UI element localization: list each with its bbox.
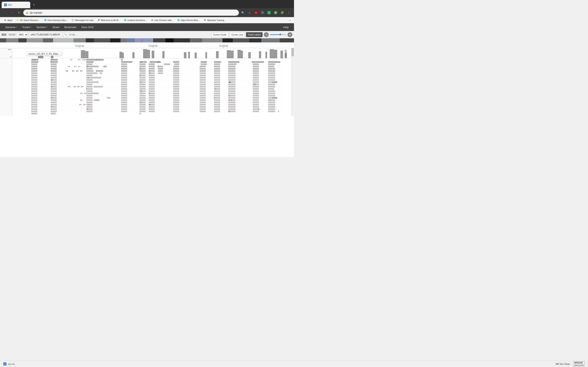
active-tab[interactable]: I IGV × xyxy=(2,2,30,8)
session-menu[interactable]: Session ▾ xyxy=(34,25,49,30)
svg-rect-220 xyxy=(173,77,179,78)
tab-title: IGV xyxy=(8,4,23,6)
chromosome-overview[interactable] xyxy=(0,38,294,42)
svg-rect-413 xyxy=(259,108,259,110)
bookmark-forms[interactable]: 🌐 https://forms.libra... xyxy=(175,18,201,22)
tracks-menu[interactable]: Tracks ▾ xyxy=(20,25,34,30)
zoom-slider[interactable] xyxy=(270,34,286,35)
svg-rect-184 xyxy=(253,70,259,72)
svg-rect-190 xyxy=(100,72,102,74)
svg-rect-165 xyxy=(228,68,235,69)
track-label-column: 957 0 xyxy=(0,48,12,116)
chromosome-select[interactable]: chr1 xyxy=(17,32,28,37)
svg-rect-231 xyxy=(149,79,155,81)
address-bar[interactable]: 🔒 igv.org/app/ xyxy=(23,9,239,16)
svg-rect-149 xyxy=(214,66,220,67)
track-settings-button-1[interactable]: ⚙ xyxy=(283,49,288,53)
new-tab-button[interactable]: + xyxy=(31,2,37,8)
svg-rect-14 xyxy=(26,38,43,42)
svg-rect-419 xyxy=(149,110,155,112)
save-svg-menu[interactable]: Save SVG xyxy=(79,25,96,30)
menu-icon[interactable]: ⋮ xyxy=(286,10,292,16)
track-data-column[interactable]: mouse_110_WT_C_R1_Align... ⚙ ⚙ xyxy=(12,48,291,116)
svg-rect-150 xyxy=(228,66,235,67)
svg-rect-183 xyxy=(228,70,235,72)
svg-rect-145 xyxy=(149,66,155,67)
bookmark-alphabet[interactable]: W Alphabet Tracing... xyxy=(202,18,228,22)
track-settings-button-2[interactable]: ⚙ xyxy=(283,53,288,58)
bookmark-ucdavis[interactable]: 📁 UC Davis Resourc... xyxy=(15,18,42,22)
help-menu[interactable]: Help xyxy=(281,25,291,30)
bookmark-menu-label: Bookmark xyxy=(64,26,76,29)
scrollbar-thumb[interactable] xyxy=(292,48,294,56)
svg-marker-265 xyxy=(67,86,70,87)
search-button[interactable]: 🔍 xyxy=(63,32,68,37)
track-scrollbar[interactable] xyxy=(291,48,294,116)
svg-rect-433 xyxy=(150,72,150,74)
svg-rect-218 xyxy=(139,77,146,78)
svg-rect-368 xyxy=(173,101,179,103)
svg-rect-390 xyxy=(51,106,57,108)
svg-rect-252 xyxy=(51,83,57,85)
svg-rect-123 xyxy=(31,63,37,65)
svg-rect-383 xyxy=(173,104,179,105)
svg-text:M: M xyxy=(255,12,257,13)
locus-input[interactable] xyxy=(29,32,62,37)
profile-icon[interactable]: ● xyxy=(273,10,278,16)
bookmark-messages[interactable]: 💬 Messages for web xyxy=(70,18,95,22)
svg-rect-442 xyxy=(255,83,255,85)
extension-icon-1[interactable]: M xyxy=(253,10,259,16)
zoom-in-button[interactable]: + xyxy=(287,32,292,37)
bookmark-menu[interactable]: Bookmark xyxy=(62,25,78,30)
svg-rect-51 xyxy=(216,51,219,58)
extensions-icon[interactable]: 🧩 xyxy=(279,10,285,16)
bookmark-apps[interactable]: ⊞ Apps xyxy=(2,18,14,22)
alignment-track[interactable] xyxy=(12,58,291,116)
bookmark-leasing[interactable]: 🌐 How leasing reduc... xyxy=(42,18,70,22)
svg-rect-257 xyxy=(173,83,179,85)
svg-rect-382 xyxy=(149,104,155,105)
svg-rect-187 xyxy=(31,72,37,74)
svg-rect-34 xyxy=(127,38,153,42)
igv-app: Genome ▾ Tracks ▾ Session ▾ Share Bookma… xyxy=(0,23,294,157)
back-button[interactable]: ← xyxy=(2,10,8,16)
extension-icon-2[interactable]: 🛡 xyxy=(260,10,265,16)
center-line-button[interactable]: Center Line xyxy=(230,32,245,37)
share-menu[interactable]: Share xyxy=(51,25,62,30)
svg-rect-269 xyxy=(86,86,93,87)
svg-rect-287 xyxy=(200,88,206,90)
svg-rect-298 xyxy=(149,90,155,92)
tab-close-button[interactable]: × xyxy=(25,3,28,7)
zoom-out-button[interactable]: − xyxy=(264,32,269,37)
svg-rect-156 xyxy=(51,68,57,69)
track-labels-button[interactable]: Track Labels xyxy=(246,32,263,37)
reload-button[interactable]: ↻ xyxy=(16,10,22,16)
svg-rect-136 xyxy=(31,66,37,67)
svg-rect-410 xyxy=(228,108,235,110)
svg-rect-99 xyxy=(52,59,52,60)
svg-rect-374 xyxy=(31,104,37,105)
forward-button[interactable]: → xyxy=(9,10,15,16)
bookmark-star-icon[interactable]: ☆ xyxy=(247,10,252,16)
bookmark-chrome[interactable]: ⊞ Use Chrome with... xyxy=(149,18,175,22)
svg-rect-319 xyxy=(31,95,37,96)
bookmarks-more-button[interactable]: » xyxy=(288,18,292,22)
bookmark-welcome[interactable]: 📌 Welcome to All W... xyxy=(95,18,122,22)
cursor-guide-button[interactable]: Cursor Guide xyxy=(211,32,228,37)
toolbar-right: Cursor Guide Center Line Track Labels − … xyxy=(211,32,292,37)
svg-rect-306 xyxy=(51,92,57,94)
svg-rect-263 xyxy=(31,86,37,87)
svg-rect-251 xyxy=(31,83,37,85)
svg-text:●: ● xyxy=(275,12,276,14)
svg-marker-172 xyxy=(76,70,79,72)
svg-text:🛡: 🛡 xyxy=(262,12,263,14)
tab-favicon: I xyxy=(4,3,7,6)
svg-rect-234 xyxy=(214,79,220,81)
extension-icon-3[interactable]: P xyxy=(266,10,272,16)
bookmark-bioinform[interactable]: 🌐 ucdavis-bioinform... xyxy=(122,18,148,22)
svg-rect-110 xyxy=(201,61,207,63)
search-icon[interactable]: 🔍 xyxy=(240,10,246,16)
genome-menu[interactable]: Genome ▾ xyxy=(3,25,19,30)
svg-rect-300 xyxy=(200,90,206,92)
svg-rect-437 xyxy=(141,81,141,83)
